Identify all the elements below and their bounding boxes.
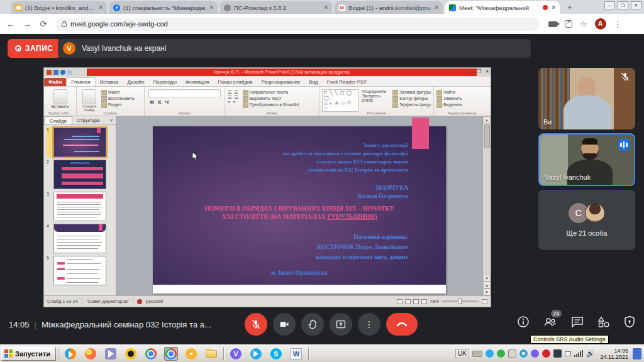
shape-outline-button[interactable]: Контур фигуры <box>392 96 431 102</box>
tab-gmail[interactable]: M Вхідні (1) - andrii.korolko@pnu ✕ <box>335 1 443 14</box>
ppt-maximize-button[interactable]: ❐ <box>477 69 481 74</box>
more-participants-tile[interactable]: C Ще 21 особа <box>538 190 635 250</box>
present-screen-button[interactable] <box>330 313 352 336</box>
more-options-button[interactable]: ⋮ <box>358 313 380 336</box>
taskbar-viber-icon[interactable]: V <box>229 347 243 361</box>
zoom-slider[interactable] <box>441 300 479 302</box>
ribbon-tab-slideshow[interactable]: Показ слайдов <box>213 78 257 86</box>
ppt-minimize-button[interactable]: — <box>468 69 473 74</box>
shape-fill-button[interactable]: Заливка фигуры <box>392 89 431 96</box>
slide-thumbnail-3[interactable]: 3 <box>44 189 116 221</box>
spellcheck-icon[interactable] <box>137 299 142 304</box>
video-tile-you[interactable]: Ви <box>538 68 635 129</box>
panel-tab-outline[interactable]: Структура <box>72 118 105 123</box>
slide-thumbnail-1[interactable]: 1 <box>44 125 116 157</box>
ppt-vertical-scrollbar[interactable]: ▲ ▼ ▲ ▼ <box>482 116 491 295</box>
video-tile-speaker[interactable]: Vasyl Ivanchuk <box>538 133 635 186</box>
ppt-quick-access-toolbar[interactable] <box>44 70 75 75</box>
ribbon-tab-file[interactable]: Файл <box>44 78 66 86</box>
layout-button[interactable]: Макет <box>101 89 135 96</box>
start-button[interactable]: Запустити <box>1 347 56 361</box>
end-call-button[interactable] <box>386 313 418 336</box>
tab-close-icon[interactable]: ✕ <box>98 4 103 11</box>
next-slide-icon[interactable]: ▼ <box>484 288 491 295</box>
taskbar-media-player-icon[interactable] <box>64 347 77 361</box>
camera-in-use-icon[interactable] <box>548 21 557 27</box>
taskbar-file-explorer-icon[interactable] <box>204 347 218 361</box>
panel-close-icon[interactable]: ✕ <box>109 118 116 123</box>
replace-button[interactable]: Заменить <box>436 96 488 102</box>
slide-thumbnail-4[interactable]: 4 <box>44 221 116 253</box>
paste-icon[interactable] <box>53 89 67 104</box>
smartart-button[interactable]: Преобразовать в SmartArt <box>243 102 299 108</box>
tab-ukrnet-mail[interactable]: (1) Вхідні • korolko_andr@ukr.n ✕ <box>11 1 107 14</box>
scroll-down-icon[interactable]: ▼ <box>484 275 491 282</box>
taskbar-skype-icon[interactable]: S <box>269 347 283 361</box>
scrollbar-thumb[interactable] <box>484 124 490 148</box>
slideshow-view-icon[interactable] <box>421 299 427 304</box>
previous-slide-icon[interactable]: ▲ <box>484 282 491 288</box>
host-controls-button[interactable] <box>624 315 635 328</box>
ribbon-tab-home[interactable]: Главная <box>66 77 95 86</box>
tab-facebook[interactable]: f (1) спеціальність "Міжнародні ✕ <box>109 1 218 14</box>
tray-flag-icon[interactable] <box>565 351 571 356</box>
list-buttons[interactable]: ☰ ☰☰ ☰≡ ≡ <box>228 88 239 108</box>
quick-styles-button[interactable]: Экспресс-стили <box>362 94 389 102</box>
mic-mute-button[interactable] <box>245 313 267 336</box>
tab-close-icon[interactable]: ✕ <box>434 4 439 11</box>
address-bar[interactable]: meet.google.com/wje-swdg-cod <box>55 18 540 31</box>
language-indicator[interactable]: русский <box>146 299 163 304</box>
tray-viber-icon[interactable] <box>531 349 539 358</box>
save-icon[interactable] <box>53 70 58 75</box>
undo-icon[interactable] <box>60 70 65 75</box>
reload-button[interactable]: ⟳ <box>35 19 52 29</box>
select-button[interactable]: Выделить <box>436 102 488 108</box>
scroll-up-icon[interactable]: ▲ <box>484 116 491 123</box>
slide-thumbnail-2[interactable]: 2 АКТУАЛЬНІСТЬ <box>44 157 116 189</box>
ppt-close-button[interactable]: ✕ <box>485 69 489 74</box>
ribbon-tab-view[interactable]: Вид <box>304 78 322 86</box>
tab-close-icon[interactable]: ✕ <box>551 4 556 11</box>
tray-clock[interactable]: 14:05 24.11.2021 <box>598 348 628 360</box>
raise-hand-button[interactable] <box>301 313 324 336</box>
taskbar-telegram-icon[interactable] <box>249 347 263 361</box>
align-text-button[interactable]: Выровнять текст <box>243 96 299 102</box>
maximize-button[interactable]: ❐ <box>618 1 628 9</box>
section-button[interactable]: Раздел <box>101 102 135 108</box>
ribbon-tab-foxit[interactable]: Foxit Reader PDF <box>323 78 372 86</box>
arrange-button[interactable]: Упорядочить <box>362 89 389 94</box>
normal-view-icon[interactable] <box>397 299 402 304</box>
chat-button[interactable] <box>571 315 584 328</box>
tray-app-icon[interactable] <box>553 349 562 358</box>
tray-telegram-icon[interactable] <box>486 349 494 358</box>
find-button[interactable]: Найти <box>436 89 488 96</box>
ribbon-tab-transitions[interactable]: Переходы <box>148 78 181 86</box>
tray-security-icon[interactable] <box>542 349 550 358</box>
new-slide-icon[interactable] <box>82 89 96 104</box>
browser-menu-icon[interactable]: ⋮ <box>614 19 622 29</box>
tray-antivirus-icon[interactable] <box>497 349 505 358</box>
bookmark-star-icon[interactable]: ☆ <box>580 19 587 29</box>
reset-button[interactable]: Восстановить <box>101 96 135 102</box>
minimize-button[interactable]: — <box>604 1 615 9</box>
tab-close-icon[interactable]: ✕ <box>209 4 214 11</box>
paste-button[interactable]: Вставить <box>47 104 74 109</box>
ribbon-tab-animations[interactable]: Анимация <box>181 78 214 86</box>
slide-thumbnail-5[interactable]: 5 <box>44 253 116 285</box>
profile-avatar[interactable]: A <box>595 18 606 30</box>
sorter-view-icon[interactable] <box>405 299 411 304</box>
font-name-combobox[interactable] <box>148 89 221 97</box>
taskbar-aimp-icon[interactable] <box>124 347 138 361</box>
tray-eye-icon[interactable] <box>519 349 528 358</box>
tab-ps-rozklad[interactable]: ПС-Розклад v.3.8.2 ✕ <box>220 1 332 14</box>
shape-effects-button[interactable]: Эффекты фигур <box>392 102 431 108</box>
reading-view-icon[interactable] <box>413 299 419 304</box>
tab-close-icon[interactable]: ✕ <box>323 4 328 11</box>
ribbon-tab-review[interactable]: Рецензирование <box>257 78 305 86</box>
language-indicator[interactable]: UK <box>455 349 469 358</box>
taskbar-chrome-icon[interactable] <box>144 347 158 361</box>
font-style-buttons[interactable]: Ж К Ч <box>147 99 222 105</box>
taskbar-firefox-icon[interactable] <box>84 347 97 361</box>
taskbar-chrome-canary-icon[interactable] <box>184 347 198 361</box>
tray-clipboard-icon[interactable] <box>508 349 516 358</box>
